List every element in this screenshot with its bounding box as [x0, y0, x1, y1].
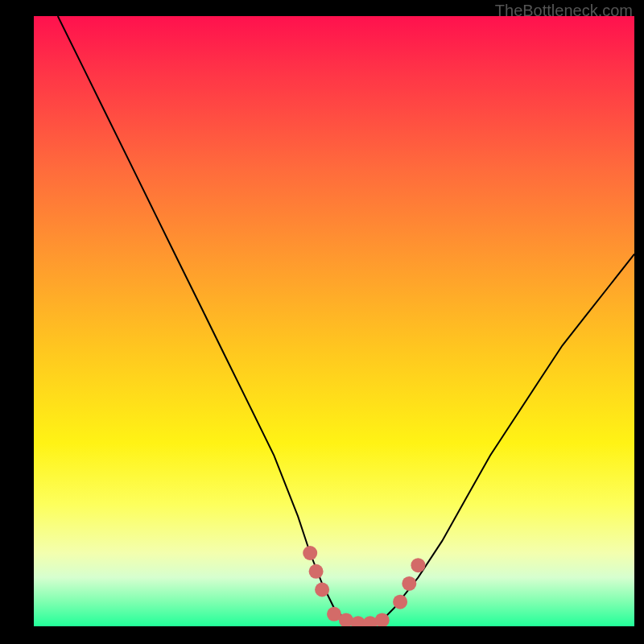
marker-dot: [315, 583, 329, 597]
curve-path: [58, 16, 634, 623]
chart-svg: [34, 16, 634, 626]
marker-dot: [411, 558, 425, 572]
marker-dot: [402, 576, 416, 591]
marker-dot: [393, 595, 407, 609]
curve-line: [58, 16, 634, 623]
marker-dot: [303, 546, 317, 560]
plot-area: [34, 16, 634, 626]
watermark: TheBottleneck.com: [495, 2, 633, 20]
curve-markers: [303, 546, 425, 626]
chart-frame: TheBottleneck.com: [0, 0, 644, 644]
marker-dot: [309, 564, 324, 579]
